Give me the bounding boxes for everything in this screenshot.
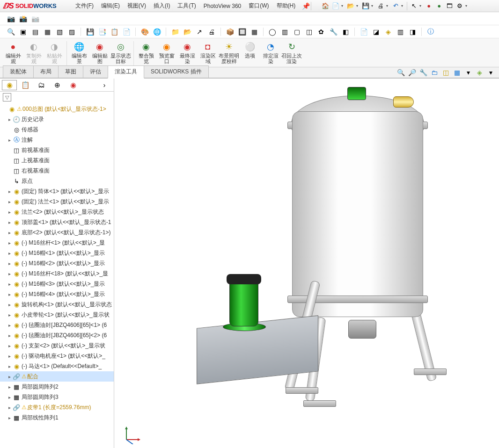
print-button[interactable]: 🖨 [376, 2, 385, 10]
tree-top-plane[interactable]: ◫上视基准面 [0, 155, 114, 166]
tb-btn-6[interactable]: ▨ [66, 27, 77, 36]
rebuild-button[interactable]: ● [424, 2, 433, 10]
options-button[interactable]: 🗔 [445, 2, 454, 10]
tb-btn-28[interactable]: ◪ [371, 27, 381, 36]
wrench-icon[interactable]: 🔧 [418, 68, 428, 77]
menu-help[interactable]: 帮助(H) [273, 0, 300, 11]
menu-view[interactable]: 视图(V) [124, 0, 150, 11]
tb-globe-icon[interactable]: 🌐 [152, 27, 162, 36]
cm-edit-appearance[interactable]: ●编辑外观 [3, 40, 23, 65]
tree-item[interactable]: ▸◉(-) M16帽<2> (默认<<默认>_显示 [0, 258, 114, 268]
tree-right-plane[interactable]: ◫右视基准面 [0, 166, 114, 176]
cm-integrated-preview[interactable]: ◉整合预览 [136, 40, 156, 65]
tb-btn-4[interactable]: ▦ [42, 27, 52, 36]
tree-annotations[interactable]: ▸Ⓐ注解 [0, 135, 114, 145]
new-button[interactable]: 🏠 [321, 2, 330, 10]
tb-btn-14[interactable]: 📂 [182, 27, 192, 36]
camera-icon[interactable]: 📷 [6, 14, 16, 23]
tree-pattern[interactable]: ▸▦局部圆周阵列2 [0, 382, 114, 392]
menu-window[interactable]: 窗口(W) [245, 0, 272, 11]
tb-btn-27[interactable]: 📄 [359, 27, 369, 36]
tree-item[interactable]: ▸◉(-) 驱动电机座<1> (默认<<默认>_ [0, 351, 114, 361]
tree-item[interactable]: ▸◉旋转机构<1> (默认<<默认_显示状态 [0, 299, 114, 310]
cm-display-state-target[interactable]: ◎显示状态目标 [110, 40, 132, 65]
tab-sw-plugins[interactable]: SOLIDWORKS 插件 [144, 65, 209, 78]
tree-item[interactable]: ▸◉(固定) 筒体<1> (默认<<默认>_显示 [0, 186, 114, 196]
tree-item[interactable]: ▸◉(-) 毡圈油封[JBZQ4606][65]<2> (6 [0, 330, 114, 340]
cm-edit-decal[interactable]: ◉编辑贴图 [89, 40, 110, 65]
tb-btn-2[interactable]: ▣ [18, 27, 28, 36]
filter-icon[interactable]: ▽ [3, 93, 11, 101]
pin-icon[interactable]: 📌 [302, 2, 310, 10]
tb-btn-3[interactable]: ▤ [30, 27, 40, 36]
tree-mates[interactable]: ▸🔗⚠配合 [0, 371, 114, 382]
tree-item[interactable]: ▸◉底部<2> (默认<<默认_显示状态-1>) [0, 227, 114, 238]
tb-btn-22[interactable]: ▢ [292, 27, 302, 36]
expand-tab-icon[interactable]: › [97, 80, 112, 90]
settings-button[interactable]: ⚙ [455, 2, 464, 10]
dimxpert-tab[interactable]: ⊕ [50, 80, 65, 90]
tree-item[interactable]: ▸◉(-) 毡圈油封[JBZQ4606][65]<1> (6 [0, 320, 114, 330]
tb-btn-23[interactable]: ◫ [304, 27, 314, 36]
rebuild-all-button[interactable]: ● [434, 2, 444, 10]
display-manager-tab[interactable]: ◉ [66, 80, 81, 90]
tb-btn-7[interactable]: 💾 [85, 27, 95, 36]
configuration-tab[interactable]: 🗂 [34, 80, 49, 90]
tree-item[interactable]: ▸◉(-) M16帽<3> (默认<<默认>_显示 [0, 279, 114, 289]
tb-btn-13[interactable]: 📁 [170, 27, 180, 36]
tree-belt[interactable]: ▸🔗⚠皮带1 (长度=2559.76mm) [0, 402, 114, 412]
tree-sensors[interactable]: ◎传感器 [0, 124, 114, 135]
tree-item[interactable]: ▸◉(-) M16帽<1> (默认<<默认>_显示 [0, 248, 114, 258]
tree-item[interactable]: ▸◉(-) M16丝杆<18> (默认<<默认>_显 [0, 268, 114, 279]
cm-preview-window[interactable]: ◉预览窗口 [156, 40, 177, 65]
iso-cube-icon[interactable]: ◈ [475, 68, 484, 77]
menu-file[interactable]: 文件(F) [72, 0, 97, 11]
tree-item[interactable]: ▸◉(-) 马达<1> (Default<<Default>_ [0, 361, 114, 371]
select-button[interactable]: ↖ [409, 2, 418, 10]
zoom-fit-icon[interactable]: 🔍 [396, 68, 405, 77]
more-drop-icon[interactable]: ▾ [486, 68, 495, 77]
tb-btn-8[interactable]: 📑 [97, 27, 107, 36]
tb-btn-18[interactable]: 🔲 [237, 27, 247, 36]
appearance-drop-icon[interactable]: ▾ [463, 68, 473, 77]
feature-manager-tab[interactable]: ◉ [2, 80, 17, 90]
undo-button[interactable]: ↶ [391, 2, 400, 10]
new-doc-button[interactable]: 📄 [331, 2, 340, 10]
tb-btn-17[interactable]: 📦 [225, 27, 235, 36]
cm-schedule-render[interactable]: ◔排定渲染 [260, 40, 281, 65]
tab-layout[interactable]: 布局 [33, 65, 59, 78]
tree-item[interactable]: ▸◉(-) M16帽<4> (默认<<默认>_显示 [0, 289, 114, 299]
cm-render-region[interactable]: ◘渲染区域 [198, 40, 218, 65]
tb-circle-icon[interactable]: ◯ [267, 27, 278, 36]
tb-appearance-icon[interactable]: 🎨 [139, 27, 150, 36]
save-button[interactable]: 💾 [361, 2, 370, 10]
tb-btn-1[interactable]: 🔍 [6, 27, 16, 36]
tree-front-plane[interactable]: ◫前视基准面 [0, 145, 114, 155]
display-style-icon[interactable]: ◫ [441, 68, 450, 77]
camera-add-icon[interactable]: 📸 [18, 14, 28, 23]
cm-options[interactable]: ⚪选项 [240, 40, 260, 59]
tree-item[interactable]: ▸◉(-) M16丝杆<1> (默认<<默认>_显 [0, 238, 114, 248]
tab-assembly[interactable]: 装配体 [3, 65, 34, 78]
tree-root[interactable]: ◉⚠000总图 (默认<默认_显示状态-1> [0, 104, 114, 114]
open-button[interactable]: 📂 [346, 2, 355, 10]
view-triad-icon[interactable] [122, 426, 140, 444]
tree-pattern[interactable]: ▸▦局部线性阵列1 [0, 412, 114, 423]
tb-btn-26[interactable]: ◧ [340, 27, 351, 36]
tree-pattern[interactable]: ▸▦局部圆周阵列3 [0, 392, 114, 402]
cm-final-render[interactable]: ◉最终渲染 [177, 40, 198, 65]
tb-btn-25[interactable]: 🔧 [328, 27, 338, 36]
zoom-area-icon[interactable]: 🔎 [407, 68, 417, 77]
graphics-viewport[interactable] [114, 79, 499, 448]
tree-item[interactable]: ▸◉(-) 支架<2> (默认<<默认>_显示状 [0, 340, 114, 351]
tb-btn-10[interactable]: 📄 [121, 27, 132, 36]
feature-tree[interactable]: ◉⚠000总图 (默认<默认_显示状态-1> ▸🕘历史记录 ◎传感器 ▸Ⓐ注解 … [0, 103, 114, 448]
tab-render-tools[interactable]: 渲染工具 [108, 65, 144, 79]
view-orient-icon[interactable]: 🗀 [430, 68, 439, 77]
tb-btn-9[interactable]: 📋 [109, 27, 119, 36]
tb-diamond-icon[interactable]: ◈ [383, 27, 393, 36]
menu-insert[interactable]: 插入(I) [150, 0, 174, 11]
hide-show-icon[interactable]: ▦ [452, 68, 462, 77]
menu-edit[interactable]: 编辑(E) [97, 0, 124, 11]
tree-origin[interactable]: ↳原点 [0, 176, 114, 186]
